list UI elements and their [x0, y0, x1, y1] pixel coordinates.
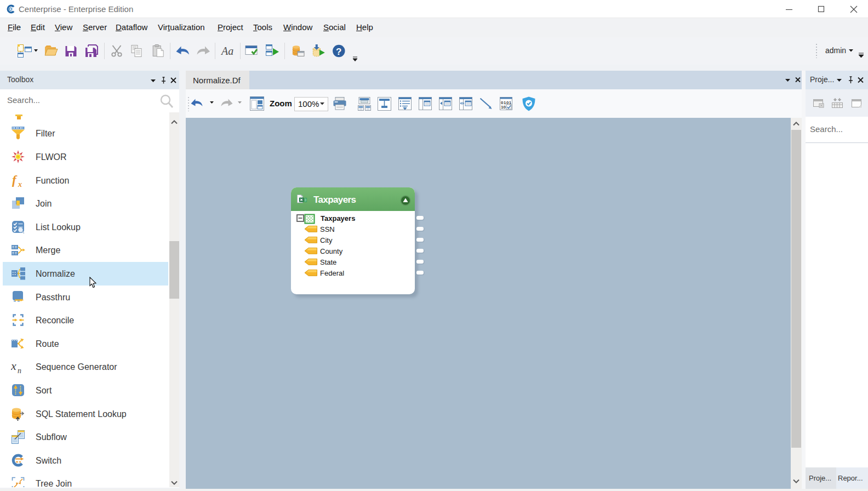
svg-text:Aa: Aa	[220, 45, 233, 57]
svg-text:10: 10	[501, 105, 506, 110]
svg-text:f: f	[12, 173, 18, 187]
svg-text:100%: 100%	[298, 99, 319, 109]
svg-text:n: n	[18, 367, 21, 374]
svg-text:x: x	[18, 180, 22, 187]
svg-text:?: ?	[336, 47, 341, 57]
svg-text:Zoom: Zoom	[270, 99, 292, 108]
svg-text:x: x	[11, 359, 16, 373]
